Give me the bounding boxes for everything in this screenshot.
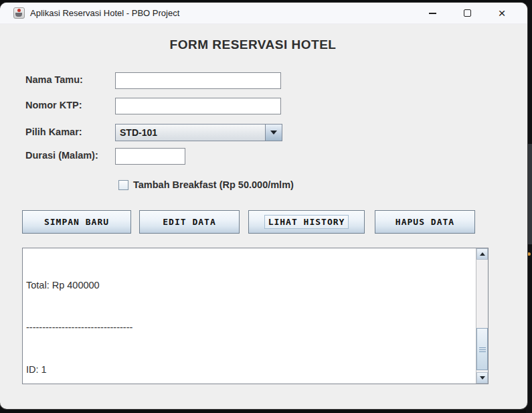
breakfast-checkbox-label: Tambah Breakfast (Rp 50.000/mlm) (133, 179, 294, 190)
breakfast-checkbox-row: Tambah Breakfast (Rp 50.000/mlm) (118, 179, 294, 190)
output-line: Total: Rp 400000 (26, 278, 476, 293)
simpan-baru-label: SIMPAN BARU (40, 215, 113, 229)
history-output-text: Total: Rp 400000 -----------------------… (23, 248, 476, 384)
edit-data-button[interactable]: EDIT DATA (139, 210, 240, 234)
triangle-down-icon (480, 376, 485, 380)
window-controls: × (415, 3, 519, 23)
hapus-data-label: HAPUS DATA (391, 215, 458, 229)
nama-tamu-label: Nama Tamu: (25, 74, 83, 85)
maximize-button[interactable] (450, 3, 484, 23)
titlebar: Aplikasi Reservasi Hotel - PBO Project × (0, 3, 527, 24)
history-output-area[interactable]: Total: Rp 400000 -----------------------… (22, 248, 489, 384)
window-title: Aplikasi Reservasi Hotel - PBO Project (30, 8, 415, 18)
durasi-input[interactable] (115, 148, 185, 165)
hapus-data-button[interactable]: HAPUS DATA (375, 210, 475, 234)
app-window: Aplikasi Reservasi Hotel - PBO Project ×… (0, 3, 527, 409)
kamar-select[interactable]: STD-101 (115, 124, 282, 141)
edit-data-label: EDIT DATA (159, 215, 219, 229)
nomor-ktp-input[interactable] (115, 98, 281, 114)
combo-dropdown-button[interactable] (265, 125, 282, 141)
pilih-kamar-label: Pilih Kamar: (25, 127, 82, 137)
minimize-button[interactable] (415, 3, 450, 23)
breakfast-checkbox[interactable] (118, 180, 128, 190)
minimize-icon (429, 13, 436, 14)
durasi-label: Durasi (Malam): (25, 150, 98, 161)
java-app-icon (13, 7, 25, 19)
lihat-history-label: LIHAT HISTORY (264, 215, 349, 229)
kamar-selected-value: STD-101 (116, 125, 265, 141)
page-title: FORM RESERVASI HOTEL (0, 37, 506, 52)
scrollbar-grip-icon (479, 347, 486, 353)
simpan-baru-button[interactable]: SIMPAN BARU (22, 210, 131, 234)
close-icon: × (498, 7, 505, 19)
nama-tamu-input[interactable] (115, 72, 281, 89)
vertical-scrollbar[interactable] (476, 248, 488, 384)
triangle-up-icon (480, 252, 485, 256)
close-button[interactable]: × (484, 3, 519, 23)
maximize-icon (464, 9, 471, 17)
nomor-ktp-label: Nomor KTP: (25, 100, 82, 110)
output-line: ID: 1 (26, 363, 476, 377)
scroll-down-button[interactable] (476, 372, 488, 384)
scroll-up-button[interactable] (476, 248, 488, 260)
chevron-down-icon (270, 131, 277, 135)
desktop-icon-dot (527, 252, 531, 256)
lihat-history-button[interactable]: LIHAT HISTORY (248, 210, 365, 234)
output-line: --------------------------------- (26, 321, 476, 335)
scrollbar-thumb[interactable] (476, 328, 488, 370)
